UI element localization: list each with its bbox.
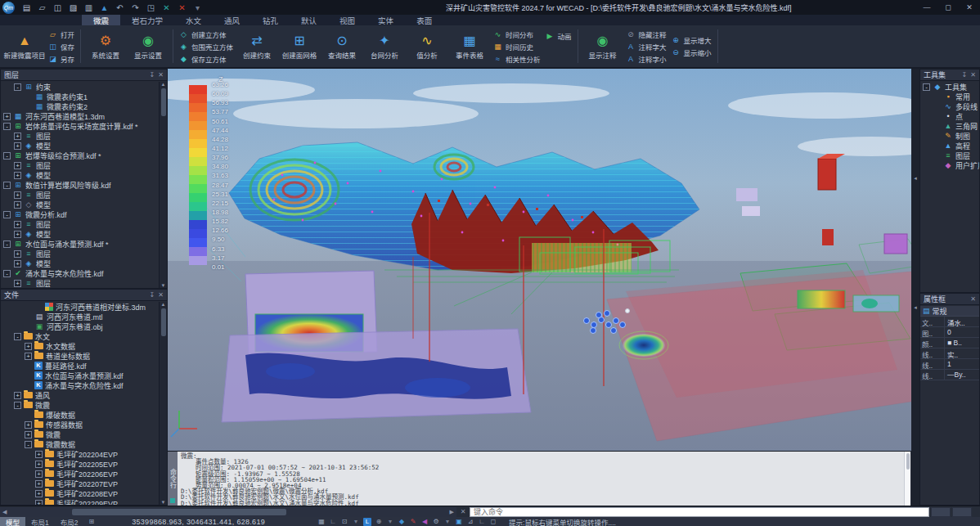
file-tree-item[interactable]: + 毛坪矿202205EVP [1, 459, 159, 469]
ribbon-button-create-mesh[interactable]: ⊞ 创建面网格 [278, 27, 321, 65]
menu-tab[interactable]: 表面 [405, 15, 443, 25]
layer-tree-item[interactable]: - ⊞ 水位面与涌水量预测.kdf * [1, 239, 159, 249]
toolset-tree-item[interactable]: - ◆ 工具集 [920, 82, 979, 92]
tree-expander-icon[interactable]: + [35, 451, 43, 458]
file-tree-item[interactable]: K 水位面与涌水量预测.kdf [1, 371, 159, 380]
menu-tab[interactable]: 默认 [290, 15, 328, 25]
toolset-tree-item[interactable]: ∿ 多段线 [920, 101, 979, 111]
tree-expander-icon[interactable]: - [3, 241, 11, 248]
ribbon-button-time-history[interactable]: ▦时间历史 [493, 41, 541, 52]
tree-expander-icon[interactable]: + [35, 470, 43, 478]
property-row[interactable]: 图.. 0 [920, 327, 979, 338]
quick-access-icon[interactable]: ↶ [113, 2, 127, 13]
property-value[interactable]: —By.. [945, 370, 979, 380]
close-icon[interactable]: ✕ [158, 71, 164, 79]
tree-expander-icon[interactable]: - [3, 152, 11, 160]
close-icon[interactable]: ✕ [158, 291, 164, 299]
quick-access-icon[interactable]: ▥ [82, 2, 96, 13]
ribbon-button-network-analysis[interactable]: ✦ 台网分析 [363, 27, 406, 65]
pin-icon[interactable]: ↧ [962, 71, 968, 79]
close-icon[interactable]: ✕ [970, 295, 976, 303]
file-tree-item[interactable]: + 毛坪矿202206EVP [1, 469, 159, 479]
quick-access-icon[interactable]: ◳ [144, 2, 158, 13]
status-toggle-icon[interactable]: ◻ [489, 518, 497, 526]
tree-expander-icon[interactable]: + [14, 162, 21, 169]
scroll-up-icon[interactable]: ▲ [161, 302, 166, 307]
scrollbar-thumb[interactable] [72, 509, 286, 515]
quick-access-icon[interactable]: ▤ [20, 2, 34, 13]
file-tree-item[interactable]: K 蔓延路径.kdf [1, 361, 159, 371]
property-row[interactable]: 线.. 1 [920, 359, 979, 370]
layer-tree-item[interactable]: + ≡ 图层 [1, 219, 159, 229]
tree-expander-icon[interactable]: + [35, 500, 43, 506]
collapse-panel-icon[interactable]: ◂ [914, 304, 917, 311]
quick-access-icon[interactable]: ▲ [97, 2, 111, 13]
quick-access-icon[interactable]: ▨ [66, 2, 80, 13]
window-grip[interactable] [952, 507, 972, 517]
tree-expander-icon[interactable]: + [14, 280, 21, 287]
layout-tab[interactable]: 模型 [0, 517, 25, 526]
ribbon-button-event-table[interactable]: ▦ 事件表格 [448, 27, 491, 65]
tree-expander-icon[interactable]: + [14, 201, 21, 209]
layer-tree-item[interactable]: + ◈ 模型 [1, 170, 159, 180]
layout-tab[interactable]: 布局2 [55, 517, 84, 526]
property-row[interactable]: 文.. 涌水.. [920, 317, 979, 327]
ribbon-button-correlation-analysis[interactable]: ≈相关性分析 [493, 53, 541, 65]
toolset-tree-item[interactable]: ▪ 常用 [920, 92, 979, 101]
file-tree-item[interactable]: ▣ 河西河东巷道.obj [1, 321, 159, 331]
layer-tree-item[interactable]: - ⊞ 岩体质量评估与采场宽度计算.kdf * [1, 121, 159, 131]
tree-expander-icon[interactable]: + [14, 231, 21, 238]
ribbon-button-create-cube[interactable]: ◇创建立方体 [179, 29, 233, 40]
file-tree-item[interactable]: + 传感器数据 [1, 420, 159, 429]
tree-expander-icon[interactable]: - [3, 123, 11, 130]
menu-tab[interactable]: 实体 [366, 15, 405, 25]
status-toggle-icon[interactable]: ◆ [398, 518, 406, 526]
status-toggle-icon[interactable]: ◀ [420, 518, 429, 526]
scroll-up-icon[interactable]: ▲ [161, 82, 166, 87]
ribbon-button-annotation-font-smaller[interactable]: A注释字小 [627, 53, 667, 65]
status-toggle-icon[interactable]: ⊿ [466, 518, 474, 526]
menu-tab[interactable]: 岩石力学 [120, 15, 174, 25]
tree-expander-icon[interactable]: + [14, 172, 21, 179]
ribbon-button-display-settings[interactable]: ◉ 显示设置 [127, 27, 169, 65]
status-toggle-icon[interactable]: ⚙ [432, 518, 440, 526]
file-tree-item[interactable]: + 毛坪矿202207EVP [1, 479, 159, 488]
layer-tree-item[interactable]: - ⊞ 微震分析.kdf [1, 209, 159, 219]
file-tree-item[interactable]: + 通风 [1, 390, 159, 400]
tree-expander-icon[interactable]: + [14, 392, 21, 399]
file-tree-item[interactable]: + 毛坪矿202209EVP [1, 498, 159, 505]
layer-tree-item[interactable]: + ▦ 河东河西巷道模型1.3dm [1, 111, 159, 121]
toolset-tree-item[interactable]: ≡ 图层 [920, 151, 979, 160]
ribbon-button-annotation-font-larger[interactable]: A注释字大 [627, 41, 667, 52]
tree-expander-icon[interactable]: + [14, 221, 21, 228]
toolset-tree-item[interactable]: ✎ 制图 [920, 131, 979, 141]
right-panel-splitter[interactable]: ◂ ◂ [911, 69, 919, 506]
file-tree-item[interactable]: - 微震 [1, 400, 159, 410]
tree-expander-icon[interactable]: + [25, 353, 32, 360]
tree-expander-icon[interactable]: + [14, 260, 21, 267]
menu-tab[interactable]: 钻孔 [251, 15, 290, 25]
property-row[interactable]: 颜.. ■ B.. [920, 338, 979, 348]
status-toggle-icon[interactable]: ✎ [409, 518, 417, 526]
horizontal-scrollbar[interactable]: ◀ ▶ [0, 507, 456, 517]
tree-expander-icon[interactable]: - [3, 270, 11, 277]
files-scrollbar[interactable]: ▲ ▼ [159, 302, 167, 505]
layer-tree-item[interactable]: + ≡ 图层 [1, 160, 159, 170]
layer-tree-item[interactable]: + ≡ 图层 [1, 190, 159, 200]
menu-tab[interactable]: 视图 [328, 15, 366, 25]
command-input[interactable] [470, 507, 929, 517]
property-value[interactable]: 1 [945, 359, 979, 369]
pin-icon[interactable]: ↧ [150, 71, 155, 79]
property-value[interactable]: 0 [945, 327, 979, 337]
quick-access-icon[interactable]: ▾ [191, 2, 205, 13]
tree-expander-icon[interactable]: + [35, 480, 43, 488]
quick-access-icon[interactable]: ↷ [128, 2, 142, 13]
file-tree-item[interactable]: + 微震 [1, 429, 159, 439]
status-toggle-icon[interactable]: ▦ [317, 518, 326, 526]
file-tree-item[interactable]: ▤ 河西河东巷道.mtl [1, 312, 159, 321]
ribbon-button-value-analysis[interactable]: ∿ 值分析 [406, 27, 448, 65]
layer-tree-item[interactable]: - ✔ 涌水量与突水危险性.kdf [1, 268, 159, 278]
console-tab[interactable]: 命令行 [168, 452, 178, 506]
status-toggle-icon[interactable]: ∟ [478, 518, 486, 526]
layer-tree-item[interactable]: + ≡ 图层 [1, 249, 159, 259]
